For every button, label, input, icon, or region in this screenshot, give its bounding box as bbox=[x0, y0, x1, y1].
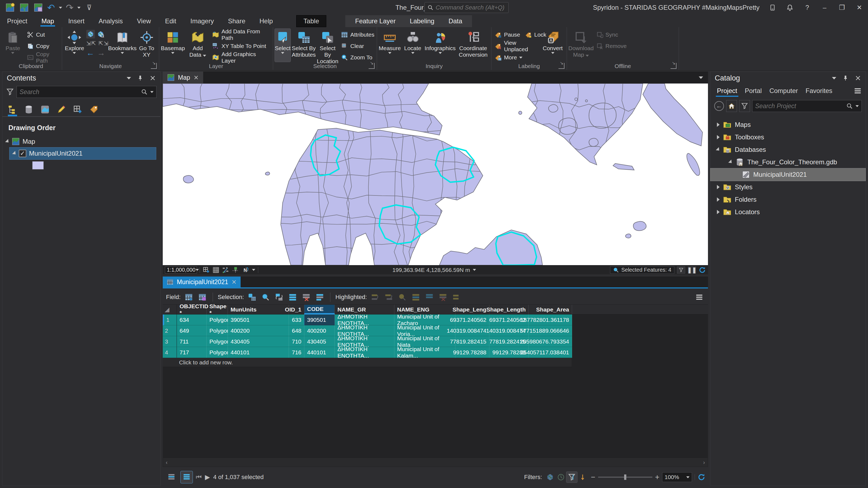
explore-button[interactable]: Explore bbox=[64, 29, 85, 62]
tab-project[interactable]: Project bbox=[0, 15, 34, 27]
list-by-editing-icon[interactable] bbox=[57, 105, 66, 116]
new-project-icon[interactable] bbox=[5, 2, 15, 13]
tab-map[interactable]: Map bbox=[34, 15, 61, 27]
help-button[interactable]: ? bbox=[799, 0, 816, 15]
switch-selection-icon[interactable] bbox=[274, 292, 284, 302]
previous-extent-icon[interactable]: ← bbox=[86, 48, 94, 58]
cut-button[interactable]: Cut bbox=[25, 30, 60, 40]
new-layout-icon[interactable] bbox=[203, 266, 210, 273]
catalog-search-input[interactable] bbox=[755, 102, 844, 110]
catalog-tab-project[interactable]: Project bbox=[714, 86, 740, 96]
add-new-row-hint[interactable]: Click to add new row. bbox=[163, 358, 571, 367]
infographics-button[interactable]: Infographics bbox=[425, 29, 456, 62]
highlight-switch-icon[interactable] bbox=[383, 292, 394, 302]
tab-insert[interactable]: Insert bbox=[61, 15, 91, 27]
search-options-chevron-icon[interactable] bbox=[856, 105, 859, 107]
catalog-menu-icon[interactable] bbox=[854, 87, 862, 95]
column-header-name-gr[interactable]: NAME_GR bbox=[335, 305, 394, 314]
table-row[interactable]: 4 717 Polygon 440101 716 440101 ΔΗΜΟΤΙΚΗ… bbox=[163, 347, 708, 358]
select-all-icon[interactable] bbox=[287, 292, 298, 302]
measure-button[interactable]: Measure bbox=[379, 29, 401, 62]
select-by-location-button[interactable]: Select By Location bbox=[317, 29, 338, 62]
tab-table-contextual[interactable]: Table bbox=[296, 15, 326, 27]
pin-icon[interactable] bbox=[137, 75, 144, 82]
filter-icon[interactable] bbox=[739, 100, 750, 112]
home-icon[interactable] bbox=[726, 100, 737, 112]
highlight-all-icon[interactable] bbox=[410, 292, 421, 302]
status-options-chevron-icon[interactable] bbox=[252, 269, 255, 271]
next-record-icon[interactable]: ▶ bbox=[205, 474, 210, 481]
refresh-map-icon[interactable] bbox=[699, 266, 706, 273]
catalog-item-styles[interactable]: Styles bbox=[710, 181, 866, 193]
selected-features-indicator[interactable]: Selected Features: 4 bbox=[610, 266, 674, 274]
convert-labels-button[interactable]: Convert bbox=[540, 29, 565, 62]
coordinates-chevron-icon[interactable] bbox=[473, 269, 476, 271]
table-view-tab[interactable]: MunicipalUnit2021 bbox=[163, 276, 241, 287]
sort-icon[interactable] bbox=[577, 472, 588, 483]
coordinate-conversion-button[interactable]: Coordinate Conversion bbox=[457, 29, 490, 62]
column-header-shape-area[interactable]: Shape_Area bbox=[529, 305, 572, 314]
catalog-item-gdb[interactable]: The_Four_Color_Theorem.gdb bbox=[710, 156, 866, 168]
close-pane-icon[interactable] bbox=[150, 75, 156, 82]
catalog-item-folders[interactable]: Folders bbox=[710, 193, 866, 206]
scroll-left-arrow-icon[interactable]: ‹ bbox=[166, 459, 167, 465]
show-selected-records-icon[interactable] bbox=[181, 471, 193, 483]
back-icon[interactable]: ← bbox=[714, 101, 724, 111]
expand-collapse-icon[interactable] bbox=[5, 139, 10, 144]
selection-filter-button[interactable] bbox=[677, 266, 685, 273]
selection-dialog-launcher[interactable] bbox=[369, 63, 375, 69]
remove-button[interactable]: Remove bbox=[595, 41, 628, 51]
column-header-objectid[interactable]: OBJECTID * bbox=[177, 305, 207, 314]
tab-share[interactable]: Share bbox=[221, 15, 252, 27]
layer-visibility-checkbox[interactable]: ✓ bbox=[19, 150, 26, 157]
map-canvas[interactable] bbox=[163, 84, 708, 265]
paste-button[interactable]: Paste bbox=[2, 29, 24, 62]
pin-icon[interactable] bbox=[842, 75, 849, 82]
table-horizontal-scrollbar[interactable]: ‹ › bbox=[163, 458, 708, 467]
row-number-header[interactable]: ◢ bbox=[163, 305, 177, 314]
zoom-to-selection-icon[interactable] bbox=[260, 292, 271, 302]
table-zoom-slider[interactable] bbox=[598, 477, 652, 478]
pane-menu-chevron-icon[interactable] bbox=[127, 77, 131, 79]
map-coordinates[interactable]: 199,363.94E 4,128,566.59N m bbox=[393, 267, 470, 273]
redo-icon[interactable]: ↷ bbox=[66, 2, 74, 13]
full-extent-icon[interactable] bbox=[86, 30, 95, 38]
table-row[interactable]: 1 634 Polygon 390501 633 390501 ΔΗΜΟΤΙΚΗ… bbox=[163, 315, 708, 325]
tab-labeling[interactable]: Labeling bbox=[403, 15, 442, 27]
minimize-button[interactable]: – bbox=[816, 0, 833, 15]
catalog-item-databases[interactable]: Databases bbox=[710, 143, 866, 156]
save-project-icon[interactable] bbox=[33, 2, 43, 13]
filter-icon[interactable] bbox=[6, 88, 14, 96]
license-monitor-icon[interactable] bbox=[764, 0, 781, 15]
next-extent-icon[interactable]: → bbox=[97, 48, 105, 58]
contents-search-box[interactable] bbox=[17, 86, 156, 98]
delete-selection-icon[interactable] bbox=[314, 292, 325, 302]
copy-button[interactable]: Copy bbox=[25, 41, 60, 51]
expand-icon[interactable] bbox=[717, 185, 720, 189]
calculate-field-icon[interactable] bbox=[197, 292, 208, 302]
column-header-oid1[interactable]: OID_1 bbox=[289, 305, 304, 314]
restore-button[interactable]: ❐ bbox=[833, 0, 850, 15]
locate-button[interactable]: Locate bbox=[402, 29, 424, 62]
fixed-zoom-in-icon[interactable]: ⇲⇱ bbox=[86, 40, 97, 46]
layer-symbol-row[interactable] bbox=[29, 159, 160, 171]
catalog-tab-portal[interactable]: Portal bbox=[742, 86, 765, 96]
zoom-selection-icon[interactable] bbox=[97, 31, 104, 38]
first-record-icon[interactable]: ⏮ bbox=[196, 474, 202, 481]
zoom-out-table-icon[interactable]: − bbox=[591, 473, 595, 482]
catalog-item-municipalunit2021[interactable]: MunicipalUnit2021 bbox=[710, 168, 866, 181]
table-zoom-percent[interactable]: 100% bbox=[662, 472, 692, 482]
select-by-attributes-icon[interactable] bbox=[247, 292, 257, 302]
tab-data[interactable]: Data bbox=[441, 15, 469, 27]
expand-icon[interactable] bbox=[717, 135, 720, 139]
add-field-icon[interactable] bbox=[183, 292, 194, 302]
table-row[interactable]: 2 649 Polygon 400200 648 400200 ΔΗΜΟΤΙΚΗ… bbox=[163, 325, 708, 336]
tree-item-municipalunit2021[interactable]: ✓ MunicipalUnit2021 bbox=[9, 148, 156, 159]
catalog-tab-favorites[interactable]: Favorites bbox=[803, 86, 835, 96]
offline-dialog-launcher[interactable] bbox=[671, 63, 677, 69]
column-header-shape-length[interactable]: Shape_Length bbox=[489, 305, 529, 314]
notifications-bell-icon[interactable] bbox=[781, 0, 799, 15]
close-button[interactable]: ✕ bbox=[850, 0, 868, 15]
open-project-icon[interactable] bbox=[19, 2, 29, 13]
bookmarks-button[interactable]: Bookmarks bbox=[110, 29, 135, 62]
